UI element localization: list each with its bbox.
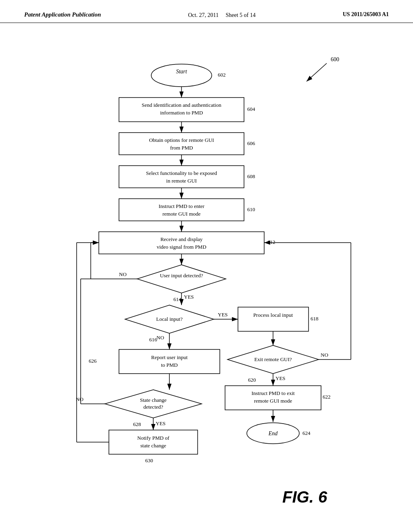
svg-text:state change: state change [140,443,166,449]
svg-text:626: 626 [89,358,97,364]
svg-text:YES: YES [218,312,228,318]
svg-text:Notify PMD of: Notify PMD of [137,435,169,441]
svg-text:Local input?: Local input? [156,316,183,322]
svg-text:622: 622 [323,394,331,400]
svg-text:618: 618 [311,316,319,322]
svg-text:YES: YES [156,420,166,426]
svg-text:630: 630 [145,457,153,463]
svg-text:State change: State change [140,397,167,403]
svg-rect-84 [109,430,198,454]
svg-text:NO: NO [119,271,127,277]
svg-text:NO: NO [76,396,83,402]
svg-text:NO: NO [156,335,164,341]
svg-text:from PMD: from PMD [170,145,193,151]
svg-text:Start: Start [176,69,187,75]
svg-text:Instruct PMD to exit: Instruct PMD to exit [251,390,295,396]
svg-marker-32 [137,265,226,293]
svg-text:600: 600 [331,56,339,62]
svg-text:detected?: detected? [143,404,163,410]
publication-date: Oct. 27, 2011 [188,12,219,18]
svg-rect-27 [99,232,264,254]
svg-point-3 [151,64,212,87]
svg-rect-46 [238,307,309,331]
svg-text:Receive and display: Receive and display [161,236,203,242]
svg-text:remote GUI mode: remote GUI mode [163,211,201,217]
header-center: Oct. 27, 2011 Sheet 5 of 14 [188,11,255,19]
svg-text:624: 624 [302,430,311,436]
svg-text:YES: YES [184,294,194,300]
svg-text:612: 612 [267,239,275,245]
svg-text:to PMD: to PMD [161,362,178,368]
svg-text:628: 628 [133,421,141,427]
svg-line-2 [307,63,327,81]
svg-text:Instruct PMD to enter: Instruct PMD to enter [159,203,204,209]
sheet-info: Sheet 5 of 14 [225,12,255,18]
svg-text:YES: YES [275,375,286,381]
svg-text:video signal from PMD: video signal from PMD [156,244,206,250]
publication-title: Patent Application Publication [24,11,101,18]
svg-text:620: 620 [248,377,256,383]
svg-text:Process local input: Process local input [253,312,293,318]
svg-text:NO: NO [321,352,328,358]
svg-text:User input detected?: User input detected? [160,272,203,278]
svg-text:602: 602 [218,72,226,78]
svg-rect-51 [119,349,220,374]
svg-text:in remote GUI: in remote GUI [166,178,197,184]
svg-rect-17 [119,166,244,188]
svg-text:608: 608 [247,173,255,179]
svg-text:616: 616 [149,337,157,343]
svg-text:Select functionality to be exp: Select functionality to be exposed [146,170,217,176]
svg-text:604: 604 [247,106,255,112]
svg-text:614: 614 [173,296,181,302]
svg-text:Report user input: Report user input [151,354,188,360]
page-header: Patent Application Publication Oct. 27, … [0,0,413,23]
svg-text:FIG. 6: FIG. 6 [282,488,327,506]
patent-number: US 2011/265003 A1 [343,11,389,18]
svg-text:Obtain options for remote GUI: Obtain options for remote GUI [149,137,214,143]
svg-text:remote GUI mode: remote GUI mode [254,398,292,404]
svg-text:Exit remote GUI?: Exit remote GUI? [254,356,292,362]
svg-text:Send identification and authen: Send identification and authentication [142,102,221,108]
svg-text:606: 606 [247,140,255,146]
flowchart-diagram: 600 Start 602 Send identification and au… [0,23,413,515]
svg-rect-12 [119,133,244,155]
svg-rect-22 [119,199,244,221]
svg-text:End: End [268,430,278,436]
svg-text:information to PMD: information to PMD [160,110,203,116]
svg-text:610: 610 [247,206,255,212]
